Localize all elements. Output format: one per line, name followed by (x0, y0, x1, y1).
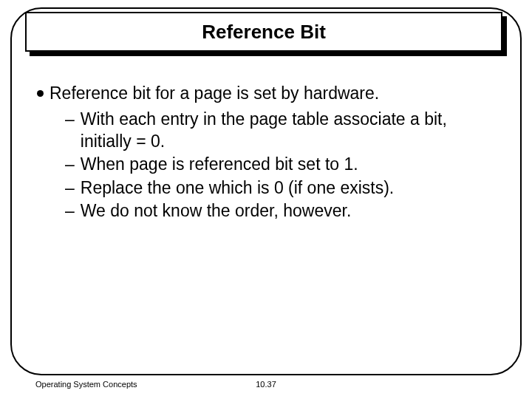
content-area: Reference bit for a page is set by hardw… (37, 83, 495, 224)
sub-list: – With each entry in the page table asso… (65, 109, 495, 222)
sub-text: When page is referenced bit set to 1. (81, 154, 358, 175)
slide: Reference Bit Reference bit for a page i… (0, 0, 532, 399)
dash-icon: – (65, 154, 75, 175)
slide-title: Reference Bit (202, 21, 326, 44)
bullet-item: Reference bit for a page is set by hardw… (37, 83, 495, 104)
sub-text: With each entry in the page table associ… (81, 109, 495, 152)
sub-text: Replace the one which is 0 (if one exist… (81, 177, 394, 199)
bullet-dot-icon (37, 90, 44, 97)
title-box: Reference Bit (25, 12, 502, 52)
sub-text: We do not know the order, however. (81, 200, 352, 222)
footer-page-number: 10.37 (0, 380, 532, 389)
dash-icon: – (65, 177, 75, 199)
sub-item: – When page is referenced bit set to 1. (65, 154, 495, 175)
dash-icon: – (65, 109, 75, 130)
sub-item: – We do not know the order, however. (65, 200, 495, 222)
sub-item: – Replace the one which is 0 (if one exi… (65, 177, 495, 199)
bullet-text: Reference bit for a page is set by hardw… (50, 83, 379, 104)
sub-item: – With each entry in the page table asso… (65, 109, 495, 152)
dash-icon: – (65, 200, 75, 222)
